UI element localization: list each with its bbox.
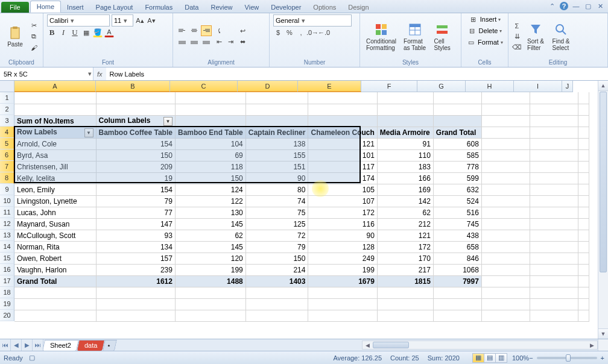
chevron-down-icon[interactable]: ▾ <box>121 17 127 25</box>
percent-format-icon[interactable]: % <box>285 28 294 37</box>
macro-record-icon[interactable]: ▢ <box>29 354 35 362</box>
paste-button[interactable]: Paste <box>4 24 27 49</box>
scroll-right-button[interactable]: ▶ <box>587 341 597 349</box>
format-as-table-button[interactable]: Format as Table <box>401 21 428 52</box>
row-header-4[interactable]: 4 <box>0 127 14 138</box>
row-header-13[interactable]: 13 <box>0 230 14 241</box>
row-header-18[interactable]: 18 <box>0 287 14 298</box>
scroll-down-button[interactable]: ▼ <box>598 328 608 339</box>
col-header-F[interactable]: F <box>361 81 417 92</box>
align-top-right[interactable] <box>201 25 212 36</box>
col-header-E[interactable]: E <box>298 81 361 92</box>
align-right[interactable] <box>201 37 212 48</box>
row-header-11[interactable]: 11 <box>0 207 14 218</box>
row-header-19[interactable]: 19 <box>0 298 14 310</box>
zoom-slider[interactable] <box>537 357 597 359</box>
col-header-G[interactable]: G <box>417 81 466 92</box>
wrap-text-icon[interactable]: ↩ <box>238 27 247 36</box>
borders-button[interactable]: ▦ <box>81 28 91 37</box>
view-normal[interactable]: ▦ <box>472 353 484 363</box>
tab-review[interactable]: Review <box>204 2 238 13</box>
chevron-down-icon[interactable]: ▾ <box>88 70 92 78</box>
col-header-A[interactable]: A <box>14 81 96 92</box>
row-header-10[interactable]: 10 <box>0 195 14 207</box>
tab-page-layout[interactable]: Page Layout <box>90 2 139 13</box>
fx-icon[interactable]: fx <box>97 71 103 78</box>
row-header-1[interactable]: 1 <box>0 92 14 104</box>
row-header-8[interactable]: 8 <box>0 172 14 184</box>
select-all-button[interactable] <box>0 81 14 92</box>
name-box[interactable]: 5R x 5C▾ <box>0 67 93 80</box>
sort-filter-button[interactable]: Sort & Filter <box>524 21 547 52</box>
format-painter-icon[interactable]: 🖌 <box>29 43 39 52</box>
conditional-formatting-button[interactable]: Conditional Formatting <box>364 21 399 52</box>
col-header-J[interactable]: J <box>562 81 573 92</box>
row-header-14[interactable]: 14 <box>0 241 14 253</box>
row-header-7[interactable]: 7 <box>0 161 14 172</box>
vertical-scrollbar[interactable]: ▲ ▼ <box>598 81 608 339</box>
row-header-15[interactable]: 15 <box>0 253 14 264</box>
zoom-thumb[interactable] <box>566 354 571 362</box>
tab-nav-prev[interactable]: ◀ <box>11 339 22 351</box>
accounting-format-icon[interactable]: $ <box>273 28 283 37</box>
tab-design[interactable]: Design <box>342 2 375 13</box>
scroll-up-button[interactable]: ▲ <box>598 81 608 91</box>
underline-button[interactable]: U <box>70 28 80 37</box>
align-left[interactable] <box>177 37 188 48</box>
align-top-center[interactable] <box>189 25 200 36</box>
fill-color-button[interactable]: 🪣 <box>93 28 103 37</box>
tab-data[interactable]: Data <box>179 2 204 13</box>
col-header-C[interactable]: C <box>170 81 238 92</box>
align-top-left[interactable] <box>177 25 188 36</box>
scroll-thumb[interactable] <box>600 92 607 272</box>
chevron-down-icon[interactable]: ▾ <box>68 17 74 25</box>
format-cells-button[interactable]: ▭Format▾ <box>466 37 503 47</box>
tab-insert[interactable]: Insert <box>61 2 90 13</box>
decrease-font-icon[interactable]: A▾ <box>147 16 156 25</box>
decrease-decimal-icon[interactable]: ←.0 <box>319 28 329 37</box>
merge-center-icon[interactable]: ⬌ <box>238 37 247 47</box>
italic-button[interactable]: I <box>59 28 68 37</box>
ribbon-minimize-icon[interactable]: ⌃ <box>548 2 556 10</box>
row-filter-button[interactable]: ▼ <box>84 128 93 137</box>
row-header-3[interactable]: 3 <box>0 115 14 127</box>
row-header-16[interactable]: 16 <box>0 264 14 275</box>
view-page-break[interactable]: ▥ <box>495 353 507 363</box>
window-close-icon[interactable]: ✕ <box>596 2 604 10</box>
help-icon[interactable]: ? <box>560 2 568 10</box>
zoom-level[interactable]: 100% <box>512 354 529 362</box>
comma-format-icon[interactable]: , <box>296 28 306 37</box>
increase-font-icon[interactable]: A▴ <box>135 16 145 25</box>
scroll-left-button[interactable]: ◀ <box>363 341 373 349</box>
find-select-button[interactable]: Find & Select <box>549 21 572 52</box>
increase-decimal-icon[interactable]: .0→ <box>308 28 317 37</box>
font-color-button[interactable]: A <box>104 28 114 37</box>
tab-nav-last[interactable]: ⏭ <box>33 339 43 351</box>
zoom-in-button[interactable]: + <box>601 354 604 362</box>
window-minimize-icon[interactable]: — <box>572 2 580 10</box>
font-name-combo[interactable]: Calibri▾ <box>47 14 110 27</box>
row-header-5[interactable]: 5 <box>0 138 14 149</box>
tab-nav-next[interactable]: ▶ <box>22 339 33 351</box>
decrease-indent-icon[interactable]: ⇤ <box>214 37 224 47</box>
row-header-2[interactable]: 2 <box>0 104 14 115</box>
tab-home[interactable]: Home <box>30 1 61 13</box>
copy-icon[interactable]: ⧉ <box>29 32 39 42</box>
row-header-9[interactable]: 9 <box>0 184 14 195</box>
row-header-20[interactable]: 20 <box>0 310 14 321</box>
col-header-B[interactable]: B <box>96 81 170 92</box>
horizontal-scrollbar[interactable]: ◀ ▶ <box>362 340 598 350</box>
chevron-down-icon[interactable]: ▾ <box>299 17 305 25</box>
sheet-tab-data[interactable]: data <box>77 340 105 351</box>
tab-nav-first[interactable]: ⏮ <box>0 339 11 351</box>
number-format-combo[interactable]: General▾ <box>273 14 352 27</box>
fill-icon[interactable]: ⇊ <box>512 32 522 42</box>
cell-styles-button[interactable]: Cell Styles <box>431 21 454 52</box>
col-header-H[interactable]: H <box>466 81 514 92</box>
delete-cells-button[interactable]: ⊟Delete▾ <box>467 26 502 36</box>
bold-button[interactable]: B <box>47 28 57 37</box>
row-header-6[interactable]: 6 <box>0 149 14 161</box>
insert-cells-button[interactable]: ⊞Insert▾ <box>469 14 501 24</box>
tab-file[interactable]: File <box>1 2 29 13</box>
hscroll-thumb[interactable] <box>373 342 409 348</box>
